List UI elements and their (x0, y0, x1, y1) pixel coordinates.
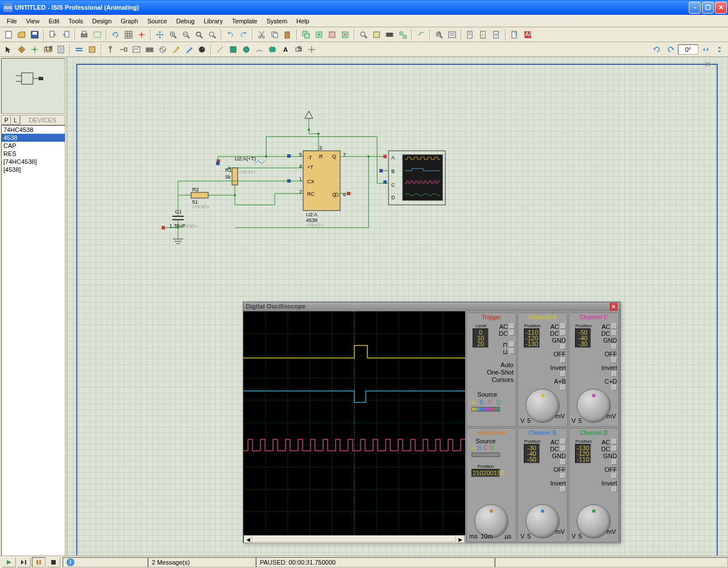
oscilloscope-title-bar[interactable]: Digital Oscilloscope ✕ (243, 302, 620, 311)
package-button[interactable] (383, 28, 396, 41)
circle-2d-button[interactable] (240, 43, 253, 56)
chc-ac-button[interactable] (611, 323, 617, 329)
sheet-close-icon[interactable]: ✕ (704, 60, 711, 69)
minimize-button[interactable]: – (689, 2, 701, 14)
ares-button[interactable]: ARES (522, 28, 534, 41)
arc-2d-button[interactable] (253, 43, 266, 56)
chc-dc-button[interactable] (611, 330, 617, 336)
save-button[interactable] (28, 28, 41, 41)
zoom-out-button[interactable] (180, 28, 192, 41)
find-button[interactable]: A (433, 28, 445, 41)
tape-mode-button[interactable] (143, 43, 156, 56)
scroll-thumb[interactable] (253, 536, 456, 542)
subcircuit-mode-button[interactable] (86, 43, 98, 56)
rotation-input[interactable] (678, 44, 698, 55)
erc-button[interactable] (477, 28, 490, 41)
menu-template[interactable]: Template (228, 17, 262, 26)
label-mode-button[interactable]: LBL (42, 43, 54, 56)
export-button[interactable] (60, 28, 72, 41)
schematic-canvas[interactable]: ✕ 5 4 1 2 3 7 6 -T +T CX RC R Q Q (67, 57, 728, 568)
menu-help[interactable]: Help (292, 17, 314, 26)
device-item[interactable]: 74HC4538 (2, 126, 65, 134)
script-mode-button[interactable] (55, 43, 67, 56)
zoom-all-button[interactable] (193, 28, 205, 41)
block-rotate-button[interactable] (326, 28, 338, 41)
menu-system[interactable]: System (262, 17, 292, 26)
chc-position-spinner[interactable]: -50 -40 -30 (575, 328, 591, 348)
bom-button[interactable] (464, 28, 477, 41)
scroll-left-button[interactable]: ◄ (244, 536, 253, 543)
cha-gnd-button[interactable] (560, 344, 566, 349)
text-2d-button[interactable]: A (279, 43, 292, 56)
chd-invert-button[interactable] (611, 487, 617, 492)
chb-gnd-button[interactable] (560, 459, 566, 465)
stop-button[interactable] (47, 557, 60, 567)
pick-devices-button[interactable]: P (2, 116, 11, 125)
trigger-level-spinner[interactable]: 0 10 20 (473, 328, 489, 348)
block-delete-button[interactable] (339, 28, 351, 41)
probe-i-button[interactable] (183, 43, 195, 56)
cha-dc-button[interactable] (560, 330, 566, 336)
rotate-cw-button[interactable] (651, 43, 663, 56)
graph-mode-button[interactable] (130, 43, 143, 56)
menu-edit[interactable]: Edit (44, 17, 64, 26)
preview-pane[interactable] (1, 58, 65, 114)
zoom-area-button[interactable] (206, 28, 218, 41)
close-button[interactable]: ✕ (715, 2, 727, 14)
scroll-right-button[interactable]: ► (456, 536, 465, 543)
menu-library[interactable]: Library (199, 17, 228, 26)
print-area-button[interactable] (91, 28, 104, 41)
oscilloscope-close-button[interactable]: ✕ (610, 303, 618, 311)
messages-status[interactable]: 2 Message(s) (148, 557, 256, 567)
oscilloscope-scroll-bar[interactable]: ◄ ► (243, 535, 465, 544)
block-copy-button[interactable] (300, 28, 312, 41)
oscilloscope-screen[interactable]: ◄ ► (243, 311, 465, 544)
play-button[interactable] (2, 557, 16, 567)
flip-v-button[interactable] (713, 43, 726, 56)
copy-button[interactable] (268, 28, 281, 41)
probe-v-button[interactable] (169, 43, 182, 56)
menu-tools[interactable]: Tools (64, 17, 88, 26)
chd-dc-button[interactable] (611, 446, 617, 451)
trigger-source-slider[interactable] (471, 407, 500, 411)
print-button[interactable] (78, 28, 90, 41)
menu-view[interactable]: View (22, 17, 44, 26)
cha-ac-button[interactable] (560, 323, 566, 329)
menu-design[interactable]: Design (88, 17, 116, 26)
device-item[interactable]: 4538 (2, 134, 65, 142)
cha-off-button[interactable] (560, 357, 566, 363)
junction-mode-button[interactable] (28, 43, 41, 56)
cha-position-spinner[interactable]: -110 -120 -130 (524, 328, 540, 348)
chb-position-spinner[interactable]: -30 -40 -50 (524, 444, 540, 463)
line-2d-button[interactable] (214, 43, 226, 56)
decomp-button[interactable] (396, 28, 409, 41)
cut-button[interactable] (255, 28, 268, 41)
pause-button[interactable] (32, 557, 46, 567)
chd-gnd-button[interactable] (611, 459, 617, 465)
new-button[interactable] (2, 28, 15, 41)
trigger-ac-button[interactable] (509, 323, 515, 329)
step-button[interactable] (17, 557, 31, 567)
flip-h-button[interactable] (700, 43, 712, 56)
pin-mode-button[interactable] (117, 43, 130, 56)
instrument-mode-button[interactable] (196, 43, 208, 56)
netlist-button[interactable] (490, 28, 503, 41)
symbol-2d-button[interactable]: S (292, 43, 305, 56)
chd-position-spinner[interactable]: -130 -120 -110 (575, 444, 591, 463)
grid-button[interactable] (122, 28, 135, 41)
select-mode-button[interactable] (2, 43, 15, 56)
device-item[interactable]: [4538] (2, 166, 65, 174)
help-button[interactable]: ? (508, 28, 521, 41)
undo-button[interactable] (224, 28, 237, 41)
chc-off-button[interactable] (611, 357, 617, 363)
pan-button[interactable] (154, 28, 166, 41)
generator-mode-button[interactable] (156, 43, 169, 56)
horiz-position-spinner[interactable]: 210 200 190 (471, 469, 500, 477)
box-2d-button[interactable] (227, 43, 239, 56)
device-item[interactable]: CAP (2, 142, 65, 150)
device-item[interactable]: RES (2, 150, 65, 158)
device-list[interactable]: 74HC4538 4538 CAP RES [74HC4538] [4538] (1, 125, 65, 568)
trigger-edge-rise-button[interactable] (509, 341, 515, 347)
path-2d-button[interactable] (266, 43, 279, 56)
bus-mode-button[interactable] (73, 43, 85, 56)
